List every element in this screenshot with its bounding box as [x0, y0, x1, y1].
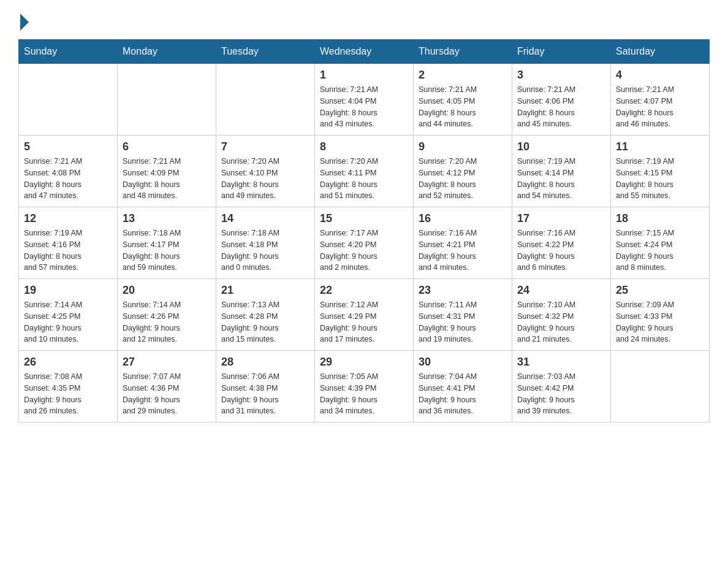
calendar-day-cell: 8Sunrise: 7:20 AM Sunset: 4:11 PM Daylig… — [315, 136, 414, 207]
calendar-day-cell: 12Sunrise: 7:19 AM Sunset: 4:16 PM Dayli… — [19, 207, 118, 279]
calendar-day-cell: 31Sunrise: 7:03 AM Sunset: 4:42 PM Dayli… — [512, 351, 611, 423]
day-info: Sunrise: 7:15 AM Sunset: 4:24 PM Dayligh… — [616, 228, 704, 274]
day-info: Sunrise: 7:16 AM Sunset: 4:22 PM Dayligh… — [517, 228, 605, 274]
calendar-day-cell: 15Sunrise: 7:17 AM Sunset: 4:20 PM Dayli… — [315, 207, 414, 279]
calendar-day-cell: 13Sunrise: 7:18 AM Sunset: 4:17 PM Dayli… — [118, 207, 216, 279]
day-info: Sunrise: 7:14 AM Sunset: 4:25 PM Dayligh… — [24, 299, 112, 345]
day-info: Sunrise: 7:21 AM Sunset: 4:07 PM Dayligh… — [616, 84, 704, 130]
day-info: Sunrise: 7:20 AM Sunset: 4:11 PM Dayligh… — [320, 156, 408, 202]
day-info: Sunrise: 7:03 AM Sunset: 4:42 PM Dayligh… — [517, 371, 605, 417]
calendar-day-cell: 3Sunrise: 7:21 AM Sunset: 4:06 PM Daylig… — [512, 64, 611, 136]
calendar-header-row: SundayMondayTuesdayWednesdayThursdayFrid… — [19, 40, 710, 64]
day-header-tuesday: Tuesday — [216, 40, 315, 64]
calendar-day-cell: 10Sunrise: 7:19 AM Sunset: 4:14 PM Dayli… — [512, 136, 611, 207]
day-header-saturday: Saturday — [611, 40, 710, 64]
day-number: 26 — [24, 356, 112, 369]
calendar-day-cell: 22Sunrise: 7:12 AM Sunset: 4:29 PM Dayli… — [315, 279, 414, 351]
calendar-day-cell: 21Sunrise: 7:13 AM Sunset: 4:28 PM Dayli… — [216, 279, 315, 351]
day-number: 28 — [221, 356, 309, 369]
calendar-day-cell: 5Sunrise: 7:21 AM Sunset: 4:08 PM Daylig… — [19, 136, 118, 207]
calendar-day-cell: 23Sunrise: 7:11 AM Sunset: 4:31 PM Dayli… — [414, 279, 512, 351]
calendar-day-cell: 25Sunrise: 7:09 AM Sunset: 4:33 PM Dayli… — [611, 279, 710, 351]
day-number: 2 — [419, 69, 507, 82]
day-number: 9 — [419, 140, 507, 153]
day-number: 17 — [517, 212, 605, 225]
day-info: Sunrise: 7:17 AM Sunset: 4:20 PM Dayligh… — [320, 228, 408, 274]
day-number: 22 — [320, 284, 408, 297]
day-header-friday: Friday — [512, 40, 611, 64]
logo-arrow-icon — [20, 13, 29, 31]
day-info: Sunrise: 7:19 AM Sunset: 4:16 PM Dayligh… — [24, 228, 112, 274]
calendar-day-cell — [216, 64, 315, 136]
day-info: Sunrise: 7:05 AM Sunset: 4:39 PM Dayligh… — [320, 371, 408, 417]
day-info: Sunrise: 7:06 AM Sunset: 4:38 PM Dayligh… — [221, 371, 309, 417]
day-number: 7 — [221, 140, 309, 153]
day-number: 12 — [24, 212, 112, 225]
calendar-day-cell: 9Sunrise: 7:20 AM Sunset: 4:12 PM Daylig… — [414, 136, 512, 207]
day-number: 6 — [123, 140, 211, 153]
day-number: 16 — [419, 212, 507, 225]
day-info: Sunrise: 7:08 AM Sunset: 4:35 PM Dayligh… — [24, 371, 112, 417]
day-info: Sunrise: 7:11 AM Sunset: 4:31 PM Dayligh… — [419, 299, 507, 345]
day-info: Sunrise: 7:16 AM Sunset: 4:21 PM Dayligh… — [419, 228, 507, 274]
day-number: 31 — [517, 356, 605, 369]
day-info: Sunrise: 7:14 AM Sunset: 4:26 PM Dayligh… — [123, 299, 211, 345]
calendar-day-cell: 6Sunrise: 7:21 AM Sunset: 4:09 PM Daylig… — [118, 136, 216, 207]
calendar-day-cell: 19Sunrise: 7:14 AM Sunset: 4:25 PM Dayli… — [19, 279, 118, 351]
day-info: Sunrise: 7:21 AM Sunset: 4:09 PM Dayligh… — [123, 156, 211, 202]
day-number: 5 — [24, 140, 112, 153]
day-number: 8 — [320, 140, 408, 153]
day-info: Sunrise: 7:19 AM Sunset: 4:15 PM Dayligh… — [616, 156, 704, 202]
calendar-week-row: 26Sunrise: 7:08 AM Sunset: 4:35 PM Dayli… — [19, 351, 710, 423]
calendar-day-cell: 7Sunrise: 7:20 AM Sunset: 4:10 PM Daylig… — [216, 136, 315, 207]
day-number: 3 — [517, 69, 605, 82]
calendar-day-cell: 24Sunrise: 7:10 AM Sunset: 4:32 PM Dayli… — [512, 279, 611, 351]
calendar-day-cell — [19, 64, 118, 136]
day-number: 14 — [221, 212, 309, 225]
day-number: 13 — [123, 212, 211, 225]
calendar-week-row: 12Sunrise: 7:19 AM Sunset: 4:16 PM Dayli… — [19, 207, 710, 279]
day-number: 25 — [616, 284, 704, 297]
day-info: Sunrise: 7:13 AM Sunset: 4:28 PM Dayligh… — [221, 299, 309, 345]
day-info: Sunrise: 7:20 AM Sunset: 4:10 PM Dayligh… — [221, 156, 309, 202]
day-header-wednesday: Wednesday — [315, 40, 414, 64]
day-info: Sunrise: 7:18 AM Sunset: 4:17 PM Dayligh… — [123, 228, 211, 274]
day-info: Sunrise: 7:10 AM Sunset: 4:32 PM Dayligh… — [517, 299, 605, 345]
calendar-week-row: 1Sunrise: 7:21 AM Sunset: 4:04 PM Daylig… — [19, 64, 710, 136]
day-number: 1 — [320, 69, 408, 82]
day-info: Sunrise: 7:20 AM Sunset: 4:12 PM Dayligh… — [419, 156, 507, 202]
calendar-day-cell: 16Sunrise: 7:16 AM Sunset: 4:21 PM Dayli… — [414, 207, 512, 279]
day-info: Sunrise: 7:21 AM Sunset: 4:08 PM Dayligh… — [24, 156, 112, 202]
calendar-day-cell: 30Sunrise: 7:04 AM Sunset: 4:41 PM Dayli… — [414, 351, 512, 423]
calendar-table: SundayMondayTuesdayWednesdayThursdayFrid… — [18, 39, 710, 423]
calendar-day-cell: 1Sunrise: 7:21 AM Sunset: 4:04 PM Daylig… — [315, 64, 414, 136]
day-number: 24 — [517, 284, 605, 297]
calendar-day-cell: 28Sunrise: 7:06 AM Sunset: 4:38 PM Dayli… — [216, 351, 315, 423]
calendar-day-cell: 11Sunrise: 7:19 AM Sunset: 4:15 PM Dayli… — [611, 136, 710, 207]
calendar-day-cell — [611, 351, 710, 423]
calendar-day-cell: 4Sunrise: 7:21 AM Sunset: 4:07 PM Daylig… — [611, 64, 710, 136]
day-info: Sunrise: 7:07 AM Sunset: 4:36 PM Dayligh… — [123, 371, 211, 417]
calendar-day-cell: 27Sunrise: 7:07 AM Sunset: 4:36 PM Dayli… — [118, 351, 216, 423]
day-number: 30 — [419, 356, 507, 369]
day-number: 18 — [616, 212, 704, 225]
day-number: 11 — [616, 140, 704, 153]
day-number: 4 — [616, 69, 704, 82]
day-info: Sunrise: 7:12 AM Sunset: 4:29 PM Dayligh… — [320, 299, 408, 345]
day-info: Sunrise: 7:21 AM Sunset: 4:05 PM Dayligh… — [419, 84, 507, 130]
day-number: 20 — [123, 284, 211, 297]
calendar-week-row: 19Sunrise: 7:14 AM Sunset: 4:25 PM Dayli… — [19, 279, 710, 351]
day-info: Sunrise: 7:18 AM Sunset: 4:18 PM Dayligh… — [221, 228, 309, 274]
calendar-day-cell: 17Sunrise: 7:16 AM Sunset: 4:22 PM Dayli… — [512, 207, 611, 279]
calendar-day-cell — [118, 64, 216, 136]
calendar-day-cell: 20Sunrise: 7:14 AM Sunset: 4:26 PM Dayli… — [118, 279, 216, 351]
day-header-thursday: Thursday — [414, 40, 512, 64]
calendar-week-row: 5Sunrise: 7:21 AM Sunset: 4:08 PM Daylig… — [19, 136, 710, 207]
day-info: Sunrise: 7:09 AM Sunset: 4:33 PM Dayligh… — [616, 299, 704, 345]
day-header-monday: Monday — [118, 40, 216, 64]
calendar-day-cell: 29Sunrise: 7:05 AM Sunset: 4:39 PM Dayli… — [315, 351, 414, 423]
day-header-sunday: Sunday — [19, 40, 118, 64]
day-number: 10 — [517, 140, 605, 153]
day-number: 19 — [24, 284, 112, 297]
day-number: 29 — [320, 356, 408, 369]
